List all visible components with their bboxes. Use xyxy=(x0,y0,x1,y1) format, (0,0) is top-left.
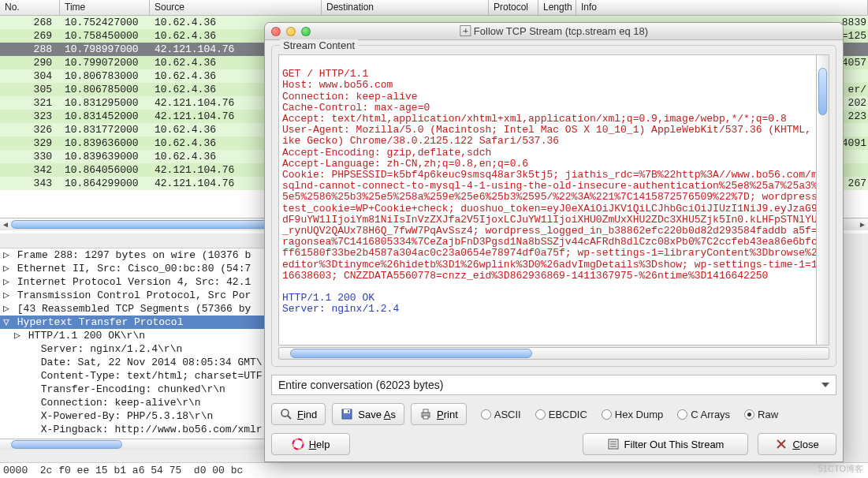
help-icon xyxy=(292,438,304,450)
print-icon xyxy=(419,408,432,420)
col-length[interactable]: Length xyxy=(538,0,576,15)
tree-node[interactable]: Connection: keep-alive\r\n xyxy=(0,396,264,409)
packet-details-tree[interactable]: ▷ Frame 288: 1297 bytes on wire (10376 b… xyxy=(0,248,264,450)
stream-content-frame: Stream Content GET / HTTP/1.1 Host: www.… xyxy=(271,45,836,367)
filter-icon xyxy=(607,438,620,450)
tree-node[interactable]: ▷ Transmission Control Protocol, Src Por xyxy=(0,289,264,302)
minimize-icon[interactable] xyxy=(286,27,296,36)
save-as-button[interactable]: Save As xyxy=(332,403,404,425)
col-no[interactable]: No. xyxy=(0,0,60,15)
tree-hscroll[interactable] xyxy=(0,439,264,450)
app-icon xyxy=(460,25,471,36)
tree-node[interactable]: Content-Type: text/html; charset=UTF xyxy=(0,369,264,383)
tree-node[interactable]: ▷ Internet Protocol Version 4, Src: 42.1 xyxy=(0,275,264,289)
col-source[interactable]: Source xyxy=(150,0,322,15)
conversation-selector[interactable]: Entire conversation (62023 bytes) xyxy=(271,375,836,395)
tree-node[interactable]: Server: nginx/1.2.4\r\n xyxy=(0,342,264,356)
titlebar[interactable]: Follow TCP Stream (tcp.stream eq 18) xyxy=(265,23,843,40)
combo-value: Entire conversation (62023 bytes) xyxy=(278,379,443,391)
packet-list-header: No. Time Source Destination Protocol Len… xyxy=(0,0,868,16)
tree-node[interactable]: X-Pingback: http://www.bo56.com/xmlr xyxy=(0,423,264,436)
chevron-down-icon xyxy=(821,383,829,387)
close-button[interactable]: Close xyxy=(758,433,836,455)
request-text: GET / HTTP/1.1 Host: www.bo56.com Connec… xyxy=(282,68,824,282)
zoom-icon[interactable] xyxy=(301,27,311,36)
tree-node[interactable]: ▷ Frame 288: 1297 bytes on wire (10376 b xyxy=(0,248,264,262)
svg-rect-7 xyxy=(423,416,428,419)
tree-node[interactable]: ▷ Ethernet II, Src: Cisco_00:bc:80 (54:7 xyxy=(0,262,264,275)
tree-node[interactable]: Date: Sat, 22 Nov 2014 08:05:34 GMT\ xyxy=(0,356,264,369)
tree-node[interactable]: ▽ Hypertext Transfer Protocol xyxy=(0,316,264,329)
svg-point-0 xyxy=(281,409,289,416)
svg-rect-4 xyxy=(348,410,349,413)
filter-out-stream-button[interactable]: Filter Out This Stream xyxy=(583,433,748,455)
svg-line-1 xyxy=(288,416,291,419)
close-icon[interactable] xyxy=(271,27,281,36)
col-protocol[interactable]: Protocol xyxy=(489,0,538,15)
radio-ebcdic[interactable]: EBCDIC xyxy=(535,409,587,420)
content-vscroll[interactable] xyxy=(816,55,829,345)
content-hscroll[interactable] xyxy=(278,347,829,360)
find-button[interactable]: Find xyxy=(271,403,326,425)
response-text: HTTP/1.1 200 OK Server: nginx/1.2.4 xyxy=(282,292,399,315)
col-info[interactable]: Info xyxy=(576,0,868,15)
tree-node[interactable]: Transfer-Encoding: chunked\r\n xyxy=(0,383,264,396)
search-icon xyxy=(280,408,292,420)
tree-node[interactable]: X-Powered-By: PHP/5.3.18\r\n xyxy=(0,409,264,423)
save-icon xyxy=(341,408,353,420)
print-button[interactable]: Print xyxy=(411,403,467,425)
tree-node[interactable]: ▷ [43 Reassembled TCP Segments (57366 by xyxy=(0,302,264,316)
tree-node[interactable]: ▷ HTTP/1.1 200 OK\r\n xyxy=(0,329,264,342)
radio-ascii[interactable]: ASCII xyxy=(481,409,521,420)
frame-label: Stream Content xyxy=(280,39,358,51)
watermark: 51CTO博客 xyxy=(818,463,863,475)
close-x-icon xyxy=(775,438,788,450)
dialog-title: Follow TCP Stream (tcp.stream eq 18) xyxy=(460,25,648,37)
toolbar: Find Save As Print ASCII EBCDIC Hex Dump… xyxy=(265,400,843,428)
help-button[interactable]: Help xyxy=(271,433,350,455)
col-destination[interactable]: Destination xyxy=(322,0,489,15)
stream-content[interactable]: GET / HTTP/1.1 Host: www.bo56.com Connec… xyxy=(278,54,829,345)
radio-hexdump[interactable]: Hex Dump xyxy=(602,409,663,420)
follow-tcp-stream-dialog: Follow TCP Stream (tcp.stream eq 18) Str… xyxy=(264,22,844,462)
col-time[interactable]: Time xyxy=(60,0,150,15)
radio-carrays[interactable]: C Arrays xyxy=(677,409,730,420)
radio-raw[interactable]: Raw xyxy=(744,409,778,420)
svg-rect-6 xyxy=(423,409,428,413)
dialog-footer: Help Filter Out This Stream Close xyxy=(265,428,843,461)
hex-view[interactable]: 0000 2c f0 ee 15 b1 a6 54 75 d0 00 bc xyxy=(0,462,868,478)
